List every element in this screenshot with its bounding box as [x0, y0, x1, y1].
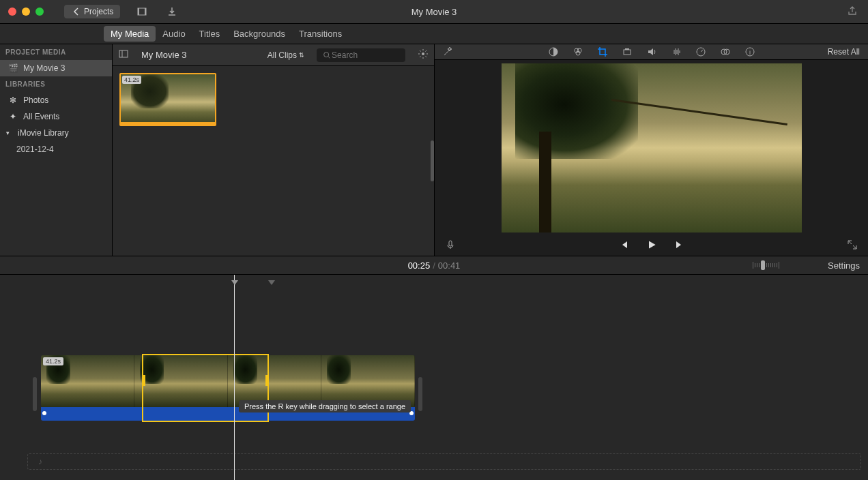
browser-header: My Movie 3 All Clips ⇅: [113, 44, 434, 66]
chevron-left-icon: [71, 6, 82, 17]
media-browser: My Movie 3 All Clips ⇅ 41.2s: [113, 44, 435, 256]
svg-text:i: i: [749, 49, 751, 56]
sidebar-item-photos[interactable]: ✻ Photos: [0, 92, 112, 108]
sidebar: PROJECT MEDIA 🎬 My Movie 3 LIBRARIES ✻ P…: [0, 44, 113, 256]
back-to-projects-button[interactable]: Projects: [64, 5, 120, 18]
current-time: 00:25: [408, 260, 431, 271]
music-icon: ♪: [38, 457, 42, 466]
sidebar-item-imovie-library[interactable]: ▾ iMovie Library: [0, 125, 112, 141]
svg-rect-2: [145, 8, 146, 15]
sidebar-item-project[interactable]: 🎬 My Movie 3: [0, 60, 112, 76]
tab-backgrounds[interactable]: Backgrounds: [227, 26, 292, 42]
search-input[interactable]: [332, 50, 400, 60]
sidebar-header-project-media: PROJECT MEDIA: [0, 44, 112, 60]
preview-toolbar: i Reset All: [435, 44, 868, 60]
color-correction-icon[interactable]: [572, 46, 584, 58]
svg-rect-3: [119, 50, 128, 57]
media-clip-thumbnail[interactable]: 41.2s: [119, 73, 216, 126]
media-tabs: My Media Audio Titles Backgrounds Transi…: [0, 24, 868, 44]
sidebar-event-label: 2021-12-4: [16, 145, 54, 154]
sidebar-item-all-events[interactable]: ✦ All Events: [0, 108, 112, 125]
speed-icon[interactable]: [695, 46, 707, 58]
svg-line-6: [328, 56, 330, 58]
svg-rect-13: [625, 48, 629, 50]
volume-icon[interactable]: [646, 46, 658, 58]
timeline-clip[interactable]: 41.2s: [41, 355, 415, 407]
timeline-clip-duration: 41.2s: [43, 357, 63, 365]
sidebar-library-label: iMovie Library: [18, 128, 69, 138]
info-icon[interactable]: i: [744, 46, 756, 58]
back-label: Projects: [84, 7, 113, 16]
zoom-slider[interactable]: [753, 260, 779, 270]
crop-icon[interactable]: [596, 46, 609, 58]
import-icon[interactable]: [164, 3, 180, 20]
clapper-icon: 🎬: [8, 63, 18, 73]
track-handle-left[interactable]: [33, 377, 37, 411]
fullscreen-window[interactable]: [35, 7, 44, 16]
svg-point-5: [324, 52, 329, 57]
tab-titles[interactable]: Titles: [192, 26, 227, 42]
sidebar-item-event[interactable]: 2021-12-4: [0, 141, 112, 158]
filter-label: All Clips: [267, 50, 297, 60]
playback-controls: [435, 236, 868, 256]
tab-transitions[interactable]: Transitions: [292, 26, 349, 42]
tab-audio[interactable]: Audio: [156, 26, 192, 42]
svg-rect-1: [138, 8, 139, 15]
browser-body[interactable]: 41.2s: [113, 66, 434, 256]
next-button[interactable]: [674, 239, 685, 253]
share-button[interactable]: [847, 5, 858, 18]
clip-filter-icon[interactable]: [719, 46, 732, 58]
magic-wand-icon[interactable]: [442, 46, 454, 58]
noise-reduction-icon[interactable]: [670, 46, 682, 58]
prev-button[interactable]: [618, 239, 629, 253]
search-icon: [322, 50, 332, 61]
window-controls: [0, 7, 44, 16]
zoom-knob[interactable]: [761, 260, 765, 270]
titlebar: Projects My Movie 3: [0, 0, 868, 24]
playhead[interactable]: [234, 275, 235, 480]
reset-all-button[interactable]: Reset All: [828, 47, 860, 57]
svg-point-7: [422, 52, 424, 55]
color-balance-icon[interactable]: [547, 46, 560, 58]
dropdown-icon: ⇅: [299, 52, 304, 59]
photos-icon: ✻: [8, 95, 18, 105]
sidebar-toggle-icon[interactable]: [118, 48, 129, 62]
clip-duration-badge: 41.2s: [122, 76, 141, 84]
total-time: 00:41: [438, 260, 461, 271]
sidebar-allevents-label: All Events: [23, 112, 59, 121]
fullscreen-button[interactable]: [847, 239, 858, 253]
film-strip-icon[interactable]: [134, 3, 150, 20]
sidebar-header-libraries: LIBRARIES: [0, 76, 112, 92]
clips-filter-dropdown[interactable]: All Clips ⇅: [267, 50, 304, 60]
search-field[interactable]: [317, 48, 405, 62]
preview-viewport[interactable]: [435, 60, 868, 236]
svg-rect-19: [449, 241, 452, 246]
voiceover-button[interactable]: [445, 239, 456, 253]
preview-frame: [502, 63, 802, 232]
window-title: My Movie 3: [411, 7, 457, 17]
gear-icon[interactable]: [418, 48, 429, 62]
browser-title: My Movie 3: [141, 50, 186, 60]
preview-pane: i Reset All: [435, 44, 868, 256]
browser-scrollbar[interactable]: [431, 140, 434, 181]
minimize-window[interactable]: [22, 7, 30, 16]
close-window[interactable]: [8, 7, 16, 16]
timecode-bar: 00:25 / 00:41 Settings: [0, 256, 868, 275]
stabilization-icon[interactable]: [621, 46, 633, 58]
marker-icon[interactable]: [268, 280, 275, 285]
range-tooltip: Press the R key while dragging to select…: [239, 400, 411, 412]
timeline-settings-button[interactable]: Settings: [828, 260, 860, 271]
tab-my-media[interactable]: My Media: [104, 26, 156, 42]
track-handle-right[interactable]: [418, 377, 422, 411]
audio-drop-zone[interactable]: ♪: [27, 453, 861, 470]
chevron-down-icon: ▾: [3, 130, 12, 136]
timeline[interactable]: 41.2s Press the R key while dragging to …: [0, 275, 868, 480]
play-button[interactable]: [646, 239, 657, 253]
svg-rect-12: [624, 50, 631, 55]
sidebar-photos-label: Photos: [23, 95, 48, 105]
sidebar-project-label: My Movie 3: [23, 63, 65, 73]
star-icon: ✦: [8, 112, 18, 121]
